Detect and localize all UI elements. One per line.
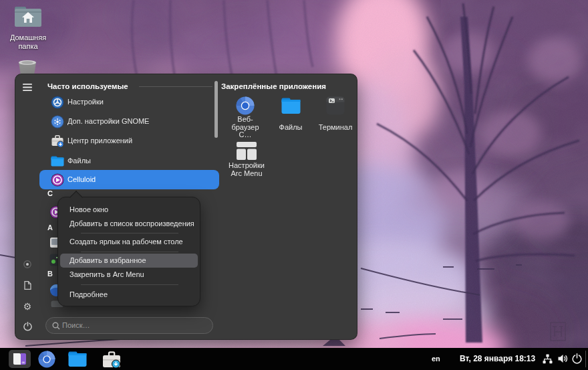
taskbar-app-center-icon[interactable] [102,350,122,369]
menu-item-celluloid[interactable]: Celluloid [67,175,96,183]
arc-menu-logo-icon: ∞ [12,352,27,366]
documents-icon[interactable] [24,281,31,290]
files-icon [51,155,64,168]
terminal-icon[interactable] [326,96,345,115]
power-icon[interactable] [23,322,32,331]
ctx-separator-1 [81,233,178,234]
pinned-header: Закреплённые приложения [221,82,326,90]
ctx-add-favorites[interactable]: Добавить в избранное [69,256,146,264]
desktop: Домашняя папка ⚙ [0,0,588,370]
section-letter-b: B [47,270,53,278]
scrollbar[interactable] [214,81,218,138]
ctx-new-window[interactable]: Новое окно [69,205,108,213]
taskbar-chromium-icon[interactable] [38,351,55,368]
pinned-label-arc-settings[interactable]: Настройки Arc Menu [225,162,268,177]
search-input[interactable]: Поиск… [45,317,213,334]
power-button-icon[interactable] [572,353,582,364]
section-letter-c: C [47,189,53,197]
menu-item-app-center[interactable]: Центр приложений [67,136,132,145]
search-icon [52,322,60,330]
app-center-icon [51,134,64,148]
celluloid-icon [51,173,64,187]
ctx-separator-2 [81,252,178,252]
gnome-tweaks-icon [51,115,64,128]
ctx-details[interactable]: Подробнее [69,290,108,298]
svg-text:∞: ∞ [21,360,25,365]
pinned-label-terminal[interactable]: Терминал [314,124,357,132]
ctx-create-shortcut[interactable]: Создать ярлык на рабочем столе [69,238,183,246]
menu-item-settings[interactable]: Настройки [67,98,104,106]
ctx-add-playlist[interactable]: Добавить в список воспроизведения [69,219,194,227]
trash-icon[interactable] [17,60,37,75]
taskbar-divider [585,351,586,367]
chromium-icon[interactable] [236,96,255,115]
pinned-files-icon[interactable] [281,98,301,114]
pinned-label-files[interactable]: Файлы [269,124,312,132]
arc-menu-button[interactable]: ∞ [9,350,31,368]
taskbar-files-icon[interactable] [68,351,87,367]
context-menu: Новое окно Добавить в список воспроизвед… [57,197,200,306]
network-icon[interactable] [543,354,553,364]
arc-menu-settings-icon[interactable] [237,142,257,160]
search-placeholder: Поиск… [62,318,212,333]
header-divider [139,86,212,87]
taskbar: ∞ [0,348,588,370]
clock[interactable]: Вт, 28 января 18:13 [460,354,535,363]
ctx-separator-3 [81,284,178,285]
home-folder-label[interactable]: Домашняя папка [1,33,55,51]
keyboard-layout-indicator[interactable]: en [432,355,440,363]
home-folder-icon[interactable] [15,7,41,27]
frequent-header: Часто используемые [47,82,128,90]
selected-row-highlight [39,170,219,189]
menu-item-files[interactable]: Файлы [67,157,91,165]
ctx-pin-arc-menu[interactable]: Закрепить в Arc Menu [69,270,144,278]
recent-icon[interactable] [23,260,31,268]
hamburger-icon[interactable] [23,84,32,91]
section-letter-a: A [47,223,53,232]
settings-gear-icon[interactable]: ⚙ [22,301,33,312]
pinned-label-web-browser[interactable]: Веб-браузер C… [225,116,266,139]
menu-item-tweaks[interactable]: Доп. настройки GNOME [67,117,149,125]
gnome-settings-icon [51,96,64,109]
volume-icon[interactable] [557,353,568,364]
